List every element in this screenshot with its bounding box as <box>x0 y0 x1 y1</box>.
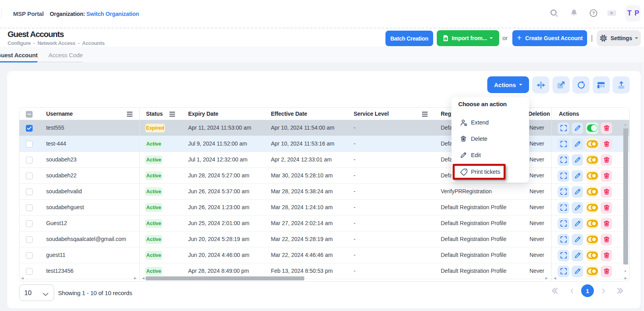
svg-text:?: ? <box>592 11 595 16</box>
